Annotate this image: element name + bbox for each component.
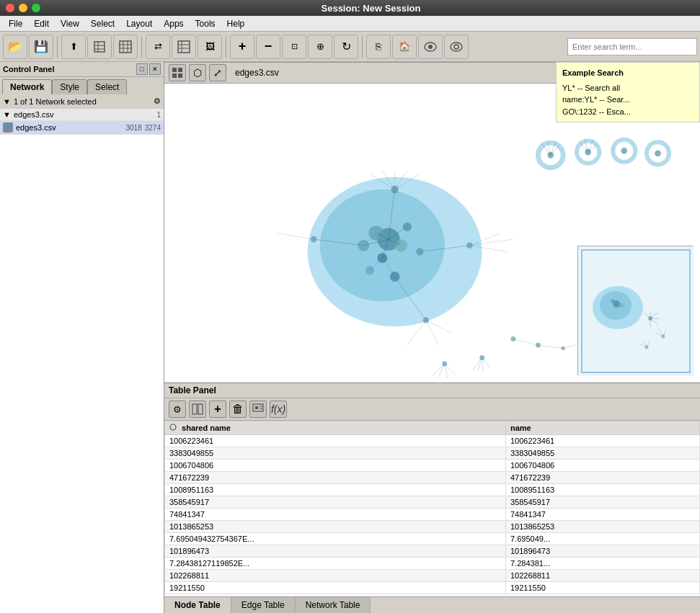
cell-name: 3383049855 (506, 447, 700, 460)
tab-style[interactable]: Style (52, 79, 87, 94)
svg-point-32 (403, 223, 412, 231)
expand-icon[interactable]: ▼ (3, 110, 11, 119)
svg-point-61 (423, 317, 430, 323)
table-row[interactable]: 101896473101896473 (165, 545, 700, 558)
svg-line-63 (276, 233, 314, 240)
home-button[interactable]: 🏠 (392, 35, 417, 59)
zoom-out-button[interactable]: − (256, 35, 280, 59)
data-table[interactable]: shared name name 10062234611006223461338… (164, 421, 700, 596)
tab-edge-table[interactable]: Edge Table (231, 597, 296, 613)
left-tabs: Network Style Select (0, 77, 164, 94)
import-table-button[interactable] (87, 35, 112, 59)
cell-name: 7.284381... (506, 558, 700, 570)
formula-button[interactable]: f(x) (270, 401, 287, 418)
tab-network-table[interactable]: Network Table (296, 597, 371, 613)
svg-rect-0 (94, 42, 105, 52)
svg-line-76 (588, 144, 598, 152)
table-row[interactable]: 33830498553383049855 (165, 447, 700, 460)
table-row[interactable]: 358545917358545917 (165, 496, 700, 509)
menu-help[interactable]: Help (221, 17, 251, 30)
table-row[interactable]: 471672239471672239 (165, 472, 700, 484)
svg-rect-124 (192, 404, 197, 414)
toolbar-separator-1 (57, 36, 58, 58)
search-input[interactable] (567, 38, 697, 55)
cell-shared-name: 1006704806 (165, 460, 506, 472)
delete-row-button[interactable]: 🗑 (229, 401, 247, 418)
cell-shared-name: 1008951163 (165, 484, 506, 496)
table-row[interactable]: 10138652531013865253 (165, 521, 700, 533)
right-area: ⬡ ⤢ edges3.csv ☑ 0 - 0 ↔ 0 - 0 ✛ (164, 62, 700, 613)
menu-file[interactable]: File (3, 17, 28, 30)
canvas-area[interactable] (164, 84, 700, 382)
col-name[interactable]: name (506, 421, 700, 435)
detach-button[interactable]: □ (136, 63, 148, 75)
settings-icon[interactable]: ⚙ (154, 97, 161, 106)
network-node-icon (3, 122, 13, 133)
menu-select[interactable]: Select (85, 17, 120, 30)
svg-rect-9 (178, 41, 190, 53)
table-settings-button[interactable]: ⚙ (169, 401, 186, 418)
window-controls[interactable] (6, 4, 40, 12)
menu-apps[interactable]: Apps (158, 17, 189, 30)
menu-view[interactable]: View (55, 17, 85, 30)
network-table-button[interactable] (113, 35, 138, 59)
tooltip-line-1: YL* -- Search all (562, 82, 694, 94)
table-export-button[interactable] (249, 401, 267, 418)
tab-node-table[interactable]: Node Table (164, 597, 231, 613)
copy-button[interactable]: ⎘ (366, 35, 391, 59)
svg-point-15 (451, 42, 462, 51)
table-columns-button[interactable] (189, 401, 206, 418)
table-row[interactable]: 7484134774841347 (165, 509, 700, 521)
open-button[interactable]: 📂 (3, 35, 27, 59)
cell-name: 358545917 (506, 496, 700, 509)
add-row-button[interactable]: + (209, 401, 226, 418)
cell-shared-name: 471672239 (165, 472, 506, 484)
refresh-button[interactable]: ↻ (334, 35, 358, 59)
hide-button[interactable] (418, 35, 443, 59)
grid-view-button[interactable] (169, 64, 186, 81)
maximize-button[interactable] (32, 4, 40, 12)
table-view-button[interactable] (172, 35, 196, 59)
collapse-icon[interactable]: ▼ (3, 97, 11, 106)
network-list: ▼ 1 of 1 Network selected ⚙ ▼ edges3.csv… (0, 94, 164, 613)
table-row[interactable]: 10067048061006704806 (165, 460, 700, 472)
svg-rect-4 (120, 41, 131, 53)
search-area (567, 38, 697, 55)
close-panel-button[interactable]: ✕ (149, 63, 161, 75)
menu-layout[interactable]: Layout (120, 17, 158, 30)
network-item[interactable]: edges3.csv 3018 3274 (0, 121, 164, 135)
col-shared-name[interactable]: shared name (165, 421, 506, 435)
zoom-fit-button[interactable]: ⊡ (282, 35, 306, 59)
table-row[interactable]: 7.28438127119852E...7.284381... (165, 558, 700, 570)
table-row[interactable]: 1921155019211550 (165, 582, 700, 594)
table-row[interactable]: 102268811102268811 (165, 570, 700, 582)
table-row[interactable]: 10089511631008951163 (165, 484, 700, 496)
titlebar: Session: New Session (0, 0, 700, 16)
network-node-edge-count: 3018 3274 (126, 124, 161, 132)
tab-network[interactable]: Network (2, 79, 52, 94)
export-image-button[interactable]: 🖼 (198, 35, 222, 59)
close-button[interactable] (6, 4, 14, 12)
menu-edit[interactable]: Edit (28, 17, 55, 30)
svg-rect-23 (178, 68, 182, 72)
tab-select[interactable]: Select (87, 79, 127, 94)
zoom-in-button[interactable]: + (230, 35, 254, 59)
svg-rect-127 (255, 406, 258, 409)
share-button[interactable]: ⇄ (146, 35, 170, 59)
network-group-name: edges3.csv (14, 110, 54, 119)
cell-name: 471672239 (506, 472, 700, 484)
save-button[interactable]: 💾 (29, 35, 53, 59)
show-button[interactable] (444, 35, 469, 59)
zoom-selected-button[interactable]: ⊕ (308, 35, 332, 59)
network-group-item[interactable]: ▼ edges3.csv 1 (0, 109, 164, 121)
table-row[interactable]: 7.695049432754367E...7.695049... (165, 533, 700, 545)
menu-tools[interactable]: Tools (190, 17, 221, 30)
svg-line-87 (513, 339, 539, 345)
minimize-button[interactable] (19, 4, 27, 12)
expand-canvas-button[interactable]: ⤢ (209, 64, 226, 81)
import-network-button[interactable]: ⬆ (61, 35, 86, 59)
cell-name: 102268811 (506, 570, 700, 582)
table-row[interactable]: 10062234611006223461 (165, 435, 700, 447)
cell-name: 7.695049... (506, 533, 700, 545)
share-canvas-button[interactable]: ⬡ (189, 64, 206, 81)
